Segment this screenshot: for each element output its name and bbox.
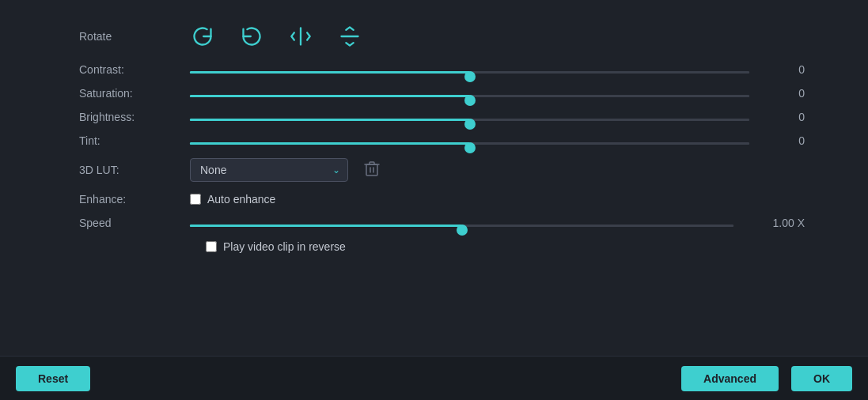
contrast-value: 0 <box>773 63 805 76</box>
reverse-label[interactable]: Play video clip in reverse <box>206 240 346 253</box>
auto-enhance-label[interactable]: Auto enhance <box>190 193 275 206</box>
brightness-slider[interactable] <box>190 119 749 121</box>
reverse-checkbox[interactable] <box>206 241 217 252</box>
rotate-label: Rotate <box>79 30 174 43</box>
content-area: Rotate <box>0 0 868 356</box>
brightness-row: Brightness: 0 <box>79 111 805 123</box>
auto-enhance-checkbox[interactable] <box>190 194 201 205</box>
tint-value: 0 <box>773 134 805 147</box>
trash-icon[interactable] <box>364 160 380 181</box>
lut-select[interactable]: None <box>190 158 348 182</box>
contrast-row: Contrast: 0 <box>79 63 805 76</box>
tint-row: Tint: 0 <box>79 134 805 147</box>
saturation-slider[interactable] <box>190 95 749 97</box>
flip-vertical-icon[interactable] <box>337 24 362 49</box>
enhance-row: Enhance: Auto enhance <box>79 193 805 206</box>
rotate-section: Rotate <box>79 16 805 49</box>
saturation-row: Saturation: 0 <box>79 87 805 100</box>
enhance-label: Enhance: <box>79 193 174 206</box>
lut-label: 3D LUT: <box>79 164 174 176</box>
contrast-slider[interactable] <box>190 71 749 74</box>
contrast-slider-wrapper <box>190 63 749 76</box>
speed-label: Speed <box>79 217 174 229</box>
brightness-slider-wrapper <box>190 111 749 123</box>
reset-button[interactable]: Reset <box>16 366 90 391</box>
speed-slider-wrapper <box>190 217 733 229</box>
saturation-label: Saturation: <box>79 87 174 100</box>
svg-rect-2 <box>366 164 377 175</box>
rotate-icons-group <box>190 24 362 49</box>
lut-row: 3D LUT: None ⌄ <box>79 158 805 182</box>
lut-select-wrapper: None ⌄ <box>190 158 348 182</box>
contrast-label: Contrast: <box>79 63 174 76</box>
brightness-label: Brightness: <box>79 111 174 123</box>
saturation-value: 0 <box>773 87 805 100</box>
tint-label: Tint: <box>79 134 174 147</box>
rotate-right-icon[interactable] <box>190 24 215 49</box>
flip-horizontal-icon[interactable] <box>288 24 313 49</box>
auto-enhance-text: Auto enhance <box>207 193 275 206</box>
reverse-text: Play video clip in reverse <box>223 240 346 253</box>
saturation-slider-wrapper <box>190 87 749 100</box>
speed-slider[interactable] <box>190 225 733 227</box>
tint-slider-wrapper <box>190 134 749 147</box>
brightness-value: 0 <box>773 111 805 123</box>
speed-row: Speed 1.00 X <box>79 217 805 229</box>
ok-button[interactable]: OK <box>791 366 852 391</box>
rotate-left-icon[interactable] <box>239 24 264 49</box>
reverse-row: Play video clip in reverse <box>190 240 805 253</box>
advanced-button[interactable]: Advanced <box>681 366 779 391</box>
right-buttons-group: Advanced OK <box>681 366 852 391</box>
speed-value: 1.00 X <box>757 217 805 229</box>
tint-slider[interactable] <box>190 142 749 145</box>
main-container: Rotate <box>0 0 868 400</box>
bottom-bar: Reset Advanced OK <box>0 356 868 400</box>
